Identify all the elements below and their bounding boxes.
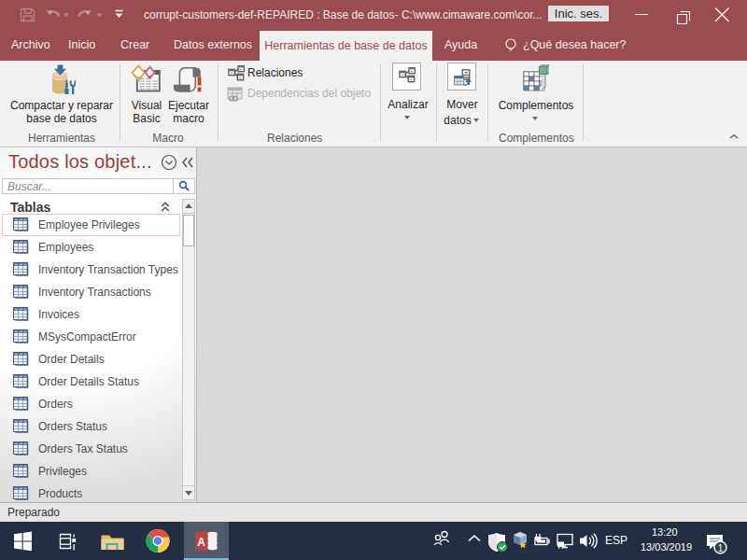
svg-text:A: A xyxy=(197,536,205,549)
svg-text:1: 1 xyxy=(718,543,724,553)
